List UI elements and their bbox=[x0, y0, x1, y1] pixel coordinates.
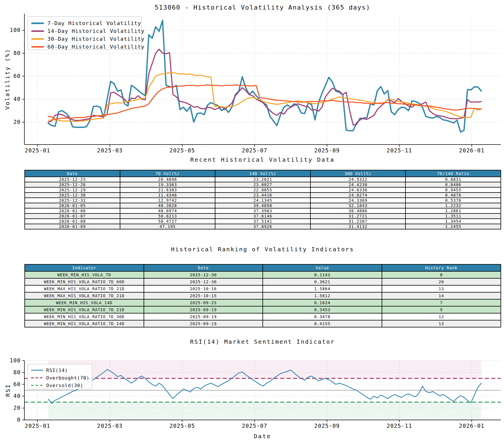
table-row: 2026-01-0850.472737.514131.22871.3454 bbox=[25, 219, 501, 224]
rsi-y-axis-label: RSI bbox=[4, 384, 11, 397]
rsi-x-axis-label: Date bbox=[254, 433, 271, 440]
table-cell: 23.4416 bbox=[215, 193, 310, 198]
table-cell: WEEK_MIN_HIS_VOLA_7D bbox=[25, 271, 144, 278]
table-cell: 2026-01-08 bbox=[25, 219, 120, 224]
table-cell: 24.5322 bbox=[310, 177, 406, 182]
table-cell: 1.5812 bbox=[263, 292, 382, 299]
recent-table-title: Recent Historical Volatility Data bbox=[190, 156, 335, 163]
table-cell: WEEK_MIN_HIS_VOLA_RATIO_7D_60D bbox=[25, 278, 144, 285]
table-cell: 0.8831 bbox=[405, 177, 501, 182]
table-cell: 0.4155 bbox=[263, 320, 382, 327]
table-cell: 2025-12-29 bbox=[25, 187, 120, 193]
table-cell: 2026-01-07 bbox=[25, 213, 120, 219]
table-cell: 0.3478 bbox=[263, 313, 382, 320]
table-cell: 0.8406 bbox=[405, 182, 501, 187]
y-tick-label: 100 bbox=[10, 357, 21, 364]
y-tick-label: 20 bbox=[13, 405, 21, 411]
legend-label-14d: 14-Day Historical Volatility bbox=[47, 28, 144, 34]
overbought-region bbox=[48, 361, 481, 378]
table-cell: 2025-09-19 bbox=[144, 306, 263, 313]
table-cell: 8 bbox=[382, 271, 501, 278]
table-cell: 1.3511 bbox=[405, 213, 501, 219]
x-tick-label: 2025-11 bbox=[387, 423, 412, 429]
table-cell: WEEK_MIN_HIS_VOLA_RATIO_7D_21D bbox=[25, 306, 144, 313]
table-cell: 13 bbox=[382, 320, 501, 327]
x-tick-label: 2025-03 bbox=[97, 423, 123, 429]
table-cell: 31.2721 bbox=[310, 213, 406, 219]
y-tick-label: 40 bbox=[13, 393, 21, 399]
table-cell: 31.4132 bbox=[310, 224, 406, 229]
table-cell: 0.9455 bbox=[405, 187, 501, 193]
recent-volatility-table: Date7D Vol(%)14D Vol(%)30D Vol(%)7D/14D … bbox=[24, 170, 501, 229]
column-header: History Rank bbox=[382, 264, 501, 271]
table-cell: WEEK_MIN_HIS_VOLA_14D bbox=[25, 299, 144, 306]
table-cell: 2025-10-16 bbox=[144, 285, 263, 292]
table-cell: 12.9742 bbox=[120, 198, 215, 203]
y-tick-label: 60 bbox=[13, 381, 21, 387]
legend-label-60d: 60-Day Historical Volatility bbox=[47, 44, 144, 50]
table-row: 2026-01-0548.302839.489832.18431.2232 bbox=[25, 203, 501, 208]
table-cell: 2025-12-26 bbox=[25, 182, 120, 187]
table-cell: 13 bbox=[382, 285, 501, 292]
x-tick-label: 2025-07 bbox=[242, 147, 267, 154]
table-row: 2026-01-0947.19537.892631.41321.2455 bbox=[25, 224, 501, 229]
table-cell: 0.5376 bbox=[405, 198, 501, 203]
table-row: WEEK_MIN_HIS_VOLA_RATIO_7D_60D2025-12-30… bbox=[25, 278, 501, 285]
table-cell: 37.3983 bbox=[215, 208, 310, 213]
column-header: 7D Vol(%) bbox=[120, 170, 215, 177]
table-row: WEEK_MIN_HIS_VOLA_14D2025-09-250.16247 bbox=[25, 299, 501, 306]
x-tick-label: 2025-09 bbox=[314, 423, 340, 429]
column-header: Value bbox=[263, 264, 382, 271]
table-cell: 37.5141 bbox=[215, 219, 310, 224]
table-cell: 24.1345 bbox=[215, 198, 310, 203]
table-cell: 2026-01-05 bbox=[25, 203, 120, 208]
table-row: WEEK_MIN_HIS_VOLA_RATIO_7D_14D2025-09-19… bbox=[25, 320, 501, 327]
column-header: 30D Vol(%) bbox=[310, 170, 406, 177]
table-row: 2026-01-0750.821337.614631.27211.3511 bbox=[25, 213, 501, 219]
table-row: 2026-01-0648.097437.398330.48861.2861 bbox=[25, 208, 501, 213]
x-tick-label: 2025-01 bbox=[25, 423, 50, 429]
column-header: Date bbox=[144, 264, 263, 271]
table-header-row: Date7D Vol(%)14D Vol(%)30D Vol(%)7D/14D … bbox=[25, 170, 501, 177]
legend-label-30d: 30-Day Historical Volatility bbox=[47, 36, 144, 42]
y-tick-label: 100 bbox=[10, 27, 21, 33]
table-cell: 1.5864 bbox=[263, 285, 382, 292]
y-tick-label: 80 bbox=[13, 369, 21, 375]
table-cell: 19.3363 bbox=[120, 182, 215, 187]
table-cell: 0.3621 bbox=[263, 278, 382, 285]
table-cell: 9 bbox=[382, 306, 501, 313]
volatility-y-axis-label: Volatility (%) bbox=[4, 49, 11, 110]
y-tick-label: 80 bbox=[13, 50, 21, 56]
table-cell: 0.4878 bbox=[405, 193, 501, 198]
table-row: 2025-12-2921.638322.885524.03360.9455 bbox=[25, 187, 501, 193]
column-header: 7D/14D Ratio bbox=[405, 170, 501, 177]
table-cell: 0.3453 bbox=[263, 306, 382, 313]
30-day-historical-volatility-series-line bbox=[48, 73, 481, 122]
table-cell: 24.0274 bbox=[310, 193, 406, 198]
table-cell: 2025-12-30 bbox=[144, 271, 263, 278]
legend-label-rsi: RSI(14) bbox=[46, 368, 68, 373]
table-cell: 2025-12-31 bbox=[25, 198, 120, 203]
y-tick-label: 0 bbox=[17, 416, 21, 423]
table-cell: 23.2021 bbox=[215, 177, 310, 182]
table-cell: 20 bbox=[382, 278, 501, 285]
table-cell: WEEK_MIN_HIS_VOLA_RATIO_7D_30D bbox=[25, 313, 144, 320]
table-cell: WEEK_MIN_HIS_VOLA_RATIO_7D_14D bbox=[25, 320, 144, 327]
table-row: WEEK_MIN_HIS_VOLA_7D2025-12-300.11438 bbox=[25, 271, 501, 278]
table-cell: 2026-01-09 bbox=[25, 224, 120, 229]
x-tick-label: 2025-05 bbox=[169, 147, 195, 154]
table-cell: 23.0027 bbox=[215, 182, 310, 187]
rsi-chart-title: RSI(14) Market Sentiment Indicator bbox=[190, 338, 335, 345]
table-cell: 11.4346 bbox=[120, 193, 215, 198]
legend-label-overbought: Overbought(70) bbox=[46, 375, 90, 381]
table-header-row: IndicatorDateValueHistory Rank bbox=[25, 264, 501, 271]
table-cell: 2025-12-25 bbox=[25, 177, 120, 182]
table-cell: 2026-01-06 bbox=[25, 208, 120, 213]
table-cell: 48.0974 bbox=[120, 208, 215, 213]
table-row: 2025-12-3011.434623.441624.02740.4878 bbox=[25, 193, 501, 198]
table-cell: 37.6146 bbox=[215, 213, 310, 219]
x-tick-label: 2025-11 bbox=[387, 147, 412, 154]
x-tick-label: 2026-01 bbox=[459, 423, 485, 429]
table-cell: 48.3028 bbox=[120, 203, 215, 208]
table-row: 2025-12-3112.974224.134524.33690.5376 bbox=[25, 198, 501, 203]
